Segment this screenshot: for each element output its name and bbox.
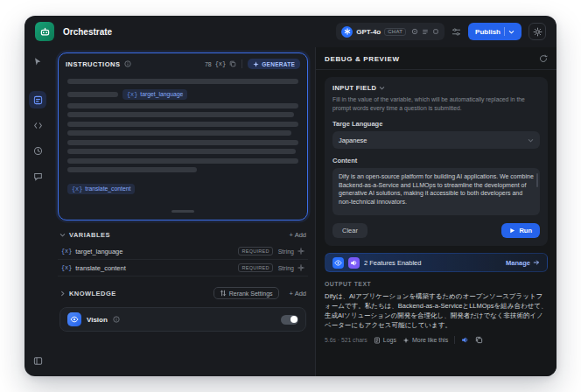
language-label: Targe Language	[332, 120, 540, 128]
cursor-tool-icon[interactable]	[29, 52, 46, 70]
output-meta: 5.6s · 521 chars	[325, 337, 368, 343]
model-name: GPT-4o	[356, 28, 381, 36]
output-text: Difyは、AIアプリケーションを構築するためのオープンソースプラットフォームで…	[325, 291, 548, 330]
openai-icon	[341, 26, 353, 38]
model-param-icons	[411, 28, 439, 35]
rerank-settings-button[interactable]: Rerank Settings	[214, 287, 279, 299]
input-field-header[interactable]: INPUT FIELD	[332, 84, 540, 92]
feature-vision-icon	[332, 257, 344, 269]
top-bar: Orchestrate GPT-4o CHAT Publish	[24, 16, 556, 47]
features-banner: 2 Features Enabled Manage	[325, 253, 548, 272]
debug-preview-title: DEBUG & PREVIEW	[325, 55, 400, 63]
features-enabled-label: 2 Features Enabled	[364, 259, 421, 267]
variable-chip-target-language[interactable]: {x} target_language	[122, 89, 187, 100]
content-textarea[interactable]: Dify is an open-source platform for buil…	[332, 168, 540, 215]
vision-card: Vision	[60, 307, 306, 332]
rail-item-annotation[interactable]	[29, 167, 46, 185]
output-text-title: OUTPUT TEXT	[325, 281, 548, 287]
publish-divider	[504, 27, 505, 36]
scroll-indicator[interactable]	[172, 210, 194, 213]
add-knowledge-button[interactable]: + Add	[290, 290, 306, 298]
variable-chip-translate-content[interactable]: {x} translate_content	[67, 184, 135, 194]
publish-button[interactable]: Publish	[468, 23, 522, 40]
chevron-down-icon	[528, 137, 534, 144]
language-select[interactable]: Japanese	[332, 131, 540, 149]
toolbar-divider	[454, 336, 455, 344]
debug-preview-panel: DEBUG & PREVIEW INPUT FIELD Fill in the …	[315, 47, 556, 376]
orchestrate-panel: INSTRUCTIONS 78 {x} GENERATE	[51, 47, 315, 376]
arrow-right-icon	[533, 259, 540, 266]
skeleton-line	[67, 92, 118, 97]
run-button[interactable]: Run	[501, 223, 540, 238]
variable-type: String	[278, 265, 294, 271]
info-icon	[113, 316, 120, 323]
rail-item-logs[interactable]	[29, 142, 46, 159]
page-title: Orchestrate	[63, 27, 112, 37]
variable-settings-icon[interactable]	[298, 264, 304, 271]
token-count: 78	[205, 61, 212, 67]
add-variable-button[interactable]: + Add	[290, 231, 306, 239]
generate-button[interactable]: GENERATE	[248, 59, 300, 69]
model-mode-badge: CHAT	[384, 28, 406, 36]
copy-output-icon[interactable]	[475, 336, 483, 344]
variable-row[interactable]: {x} target_language REQUIRED String	[58, 243, 308, 260]
rail-item-orchestrate[interactable]	[29, 91, 46, 108]
skeleton-line	[67, 158, 298, 164]
chevron-down-icon	[508, 29, 514, 35]
app-logo-icon[interactable]	[35, 22, 54, 41]
insert-variable-icon[interactable]: {x}	[215, 60, 227, 67]
instructions-header: INSTRUCTIONS 78 {x} GENERATE	[59, 53, 307, 73]
skeleton-line	[67, 79, 298, 84]
temperature-icon	[411, 28, 418, 35]
chevron-right-icon[interactable]	[60, 290, 66, 297]
refresh-icon[interactable]	[539, 54, 548, 63]
instructions-card: INSTRUCTIONS 78 {x} GENERATE	[58, 52, 308, 220]
more-like-this-button[interactable]: More like this	[402, 337, 448, 344]
skeleton-line	[67, 122, 298, 127]
app-window: Orchestrate GPT-4o CHAT Publish	[24, 16, 556, 376]
speaker-icon[interactable]	[461, 336, 469, 344]
logs-icon	[374, 337, 381, 344]
variable-row[interactable]: {x} translate_content REQUIRED String	[58, 260, 308, 276]
required-badge: REQUIRED	[238, 247, 272, 256]
rail-item-api-access[interactable]	[29, 116, 46, 134]
stop-sequence-icon	[432, 28, 439, 35]
skeleton-line	[67, 149, 296, 154]
vision-title: Vision	[87, 316, 108, 324]
prompt-editor[interactable]: {x} target_language {x}	[59, 73, 307, 220]
app-settings-button[interactable]	[528, 23, 546, 40]
info-icon	[124, 60, 131, 67]
clear-button[interactable]: Clear	[332, 223, 368, 238]
manage-features-button[interactable]: Manage	[506, 259, 540, 267]
variable-type: String	[278, 248, 294, 255]
gear-icon	[533, 27, 542, 37]
collapse-panel-icon[interactable]	[29, 352, 46, 369]
knowledge-title: KNOWLEDGE	[69, 290, 116, 298]
model-selector[interactable]: GPT-4o CHAT	[336, 23, 444, 40]
chevron-down-icon[interactable]	[60, 232, 66, 238]
model-settings-sliders-icon[interactable]	[452, 27, 461, 37]
sparkle-icon	[402, 337, 410, 344]
variable-settings-icon[interactable]	[298, 248, 304, 255]
textarea-scrollbar[interactable]	[536, 173, 538, 187]
copy-icon[interactable]	[229, 60, 236, 67]
skeleton-line	[67, 140, 298, 145]
chevron-down-icon	[379, 85, 385, 91]
vision-toggle[interactable]	[281, 315, 298, 325]
sparkle-icon	[253, 61, 259, 67]
input-field-description: Fill in the value of the variable, which…	[332, 95, 540, 112]
rerank-icon	[220, 290, 227, 297]
publish-label: Publish	[475, 28, 500, 36]
skeleton-line	[67, 112, 294, 117]
input-field-card: INPUT FIELD Fill in the value of the var…	[325, 77, 548, 246]
header-divider	[242, 60, 242, 68]
feature-tts-icon	[348, 257, 360, 269]
required-badge: REQUIRED	[238, 263, 272, 272]
instructions-title: INSTRUCTIONS	[66, 60, 121, 68]
logs-button[interactable]: Logs	[374, 337, 396, 344]
variable-braces-icon: {x}	[61, 264, 72, 271]
left-icon-rail	[24, 47, 51, 376]
content-label: Content	[332, 157, 540, 164]
skeleton-line	[67, 130, 291, 136]
vision-eye-icon	[67, 312, 81, 326]
